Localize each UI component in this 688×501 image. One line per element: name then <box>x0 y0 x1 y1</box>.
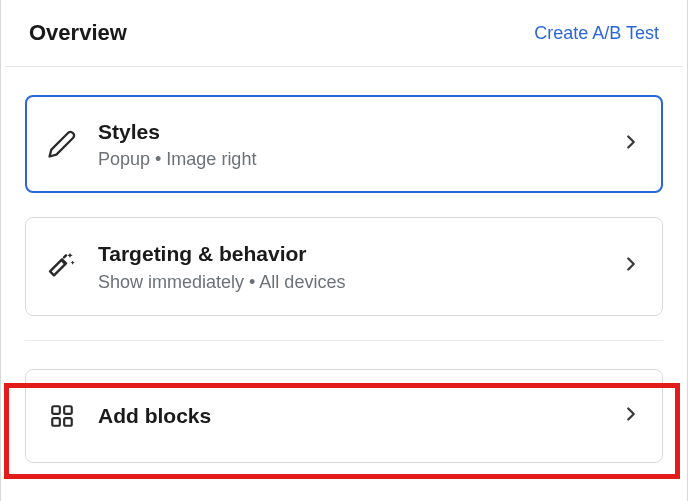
magic-wand-icon <box>44 248 80 284</box>
styles-subtitle: Popup • Image right <box>98 149 620 170</box>
add-blocks-card[interactable]: Add blocks <box>25 369 663 463</box>
targeting-card[interactable]: Targeting & behavior Show immediately • … <box>25 217 663 315</box>
targeting-card-body: Targeting & behavior Show immediately • … <box>98 240 620 292</box>
targeting-title: Targeting & behavior <box>98 240 620 267</box>
card-list: Styles Popup • Image right Ta <box>5 67 683 316</box>
svg-rect-3 <box>64 418 72 426</box>
svg-rect-0 <box>52 406 60 414</box>
svg-rect-2 <box>52 418 60 426</box>
styles-title: Styles <box>98 118 620 145</box>
create-ab-test-link[interactable]: Create A/B Test <box>534 23 659 44</box>
chevron-right-icon <box>620 131 642 157</box>
chevron-right-icon <box>620 403 642 429</box>
svg-rect-1 <box>64 406 72 414</box>
targeting-subtitle: Show immediately • All devices <box>98 272 620 293</box>
blocks-icon <box>44 398 80 434</box>
styles-card-body: Styles Popup • Image right <box>98 118 620 170</box>
section-divider <box>25 340 663 341</box>
panel-header: Overview Create A/B Test <box>5 0 683 67</box>
add-blocks-title: Add blocks <box>98 402 620 429</box>
add-blocks-body: Add blocks <box>98 402 620 429</box>
page-title: Overview <box>29 20 127 46</box>
pencil-icon <box>44 126 80 162</box>
styles-card[interactable]: Styles Popup • Image right <box>25 95 663 193</box>
overview-panel: Overview Create A/B Test Styles Popup • … <box>0 0 688 501</box>
chevron-right-icon <box>620 253 642 279</box>
